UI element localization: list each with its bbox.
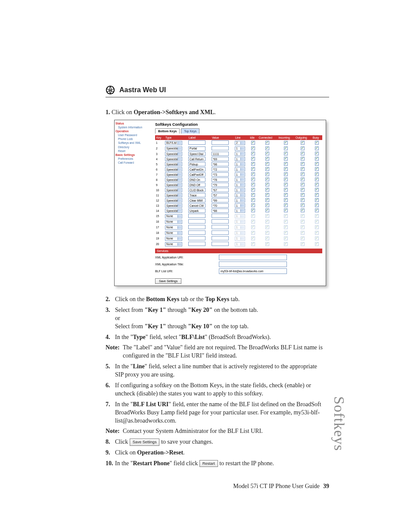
state-checkbox[interactable] (301, 152, 305, 156)
state-checkbox[interactable] (284, 162, 288, 166)
state-checkbox[interactable] (315, 183, 319, 187)
nav-item[interactable]: Reset (115, 149, 152, 153)
line-select[interactable]: 1 (235, 225, 245, 230)
state-checkbox[interactable] (251, 214, 255, 218)
value-input[interactable] (212, 230, 229, 235)
type-select[interactable]: Speeddial (165, 157, 182, 161)
nav-item[interactable]: Directory (115, 145, 152, 149)
label-input[interactable]: DND On (188, 177, 206, 182)
state-checkbox[interactable] (284, 183, 288, 187)
line-select[interactable]: 2 (235, 141, 245, 145)
label-input[interactable]: Call Return (188, 157, 206, 161)
label-input[interactable]: Portal (188, 146, 206, 151)
state-checkbox[interactable] (301, 231, 305, 235)
line-select[interactable]: 1 (235, 231, 245, 235)
state-checkbox[interactable] (301, 193, 305, 197)
state-checkbox[interactable] (284, 152, 288, 156)
label-input[interactable]: Speed Dial (188, 152, 206, 156)
line-select[interactable]: 1 (235, 188, 245, 192)
label-input[interactable] (188, 236, 206, 240)
state-checkbox[interactable] (284, 220, 288, 224)
state-checkbox[interactable] (265, 172, 269, 176)
state-checkbox[interactable] (315, 141, 319, 145)
nav-item[interactable]: Preferences (115, 157, 152, 161)
line-select[interactable]: 1 (235, 236, 245, 241)
value-input[interactable]: *99 (212, 198, 229, 202)
type-select[interactable]: Speeddial (165, 193, 182, 197)
label-input[interactable] (188, 214, 206, 218)
state-checkbox[interactable] (301, 177, 305, 181)
state-checkbox[interactable] (251, 193, 255, 197)
state-checkbox[interactable] (315, 242, 319, 246)
type-select[interactable]: Speeddial (165, 208, 182, 213)
state-checkbox[interactable] (301, 214, 305, 218)
nav-item[interactable]: User Password (115, 133, 152, 137)
label-input[interactable]: Clear MWI (188, 198, 206, 202)
inline-button[interactable]: Save Settings (130, 439, 160, 445)
state-checkbox[interactable] (265, 208, 269, 212)
state-checkbox[interactable] (284, 214, 288, 218)
value-input[interactable]: *70 (212, 203, 229, 208)
state-checkbox[interactable] (251, 167, 255, 171)
label-input[interactable] (188, 219, 206, 224)
nav-item[interactable]: Phone Lock (115, 137, 152, 141)
line-select[interactable]: 1 (235, 172, 245, 177)
state-checkbox[interactable] (265, 188, 269, 192)
value-input[interactable]: *72 (212, 167, 229, 171)
type-select[interactable]: None (165, 242, 182, 246)
value-input[interactable]: *79 (212, 183, 229, 187)
state-checkbox[interactable] (315, 203, 319, 207)
label-input[interactable] (188, 140, 206, 145)
state-checkbox[interactable] (301, 162, 305, 166)
service-input[interactable] (219, 261, 287, 267)
inline-button[interactable]: Restart (199, 460, 218, 467)
service-input[interactable]: my53i-blf-list@as.broadworks.com (219, 268, 287, 274)
type-select[interactable]: Speeddial (165, 203, 182, 208)
type-select[interactable]: Speeddial (165, 172, 182, 177)
label-input[interactable]: CallFwdOn (188, 167, 206, 171)
state-checkbox[interactable] (315, 157, 319, 161)
type-select[interactable]: BLF/List (165, 141, 182, 145)
state-checkbox[interactable] (265, 162, 269, 166)
value-input[interactable]: *69 (212, 157, 229, 161)
line-select[interactable]: 1 (235, 152, 245, 156)
state-checkbox[interactable] (284, 208, 288, 212)
state-checkbox[interactable] (301, 157, 305, 161)
type-select[interactable]: None (165, 236, 182, 241)
state-checkbox[interactable] (251, 152, 255, 156)
value-input[interactable] (212, 236, 229, 240)
type-select[interactable]: Speeddial (165, 183, 182, 187)
state-checkbox[interactable] (284, 157, 288, 161)
state-checkbox[interactable] (284, 167, 288, 171)
line-select[interactable]: 1 (235, 214, 245, 218)
type-select[interactable]: Speeddial (165, 162, 182, 166)
state-checkbox[interactable] (301, 172, 305, 176)
state-checkbox[interactable] (301, 167, 305, 171)
value-input[interactable]: *67 (212, 188, 229, 192)
state-checkbox[interactable] (301, 236, 305, 240)
state-checkbox[interactable] (284, 242, 288, 246)
state-checkbox[interactable] (315, 152, 319, 156)
tab-top-keys[interactable]: Top Keys (181, 128, 199, 134)
state-checkbox[interactable] (251, 236, 255, 240)
line-select[interactable]: 1 (235, 198, 245, 202)
value-input[interactable]: *57 (212, 193, 229, 197)
type-select[interactable]: Speeddial (165, 188, 182, 192)
value-input[interactable] (212, 219, 229, 224)
state-checkbox[interactable] (265, 225, 269, 229)
type-select[interactable]: None (165, 220, 182, 224)
value-input[interactable]: *98 (212, 162, 229, 166)
state-checkbox[interactable] (301, 242, 305, 246)
line-select[interactable]: 1 (235, 157, 245, 161)
state-checkbox[interactable] (315, 225, 319, 229)
state-checkbox[interactable] (315, 236, 319, 240)
type-select[interactable]: Speeddial (165, 198, 182, 202)
state-checkbox[interactable] (284, 141, 288, 145)
save-settings-button[interactable]: Save Settings (155, 278, 181, 284)
state-checkbox[interactable] (251, 177, 255, 181)
state-checkbox[interactable] (251, 203, 255, 207)
state-checkbox[interactable] (315, 167, 319, 171)
label-input[interactable]: Trace (188, 193, 206, 197)
state-checkbox[interactable] (265, 242, 269, 246)
state-checkbox[interactable] (315, 208, 319, 212)
